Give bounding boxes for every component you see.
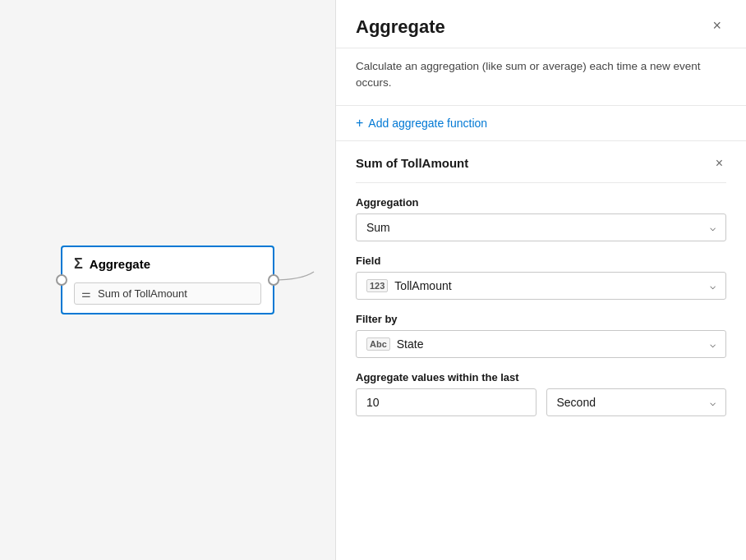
add-function-label: Add aggregate function — [368, 117, 487, 130]
window-unit-dropdown[interactable]: Second ⌵ — [546, 388, 727, 416]
node-output: ⚌ Sum of TollAmount — [74, 282, 261, 305]
plus-icon: + — [356, 116, 363, 131]
field-label: Field — [356, 255, 726, 267]
field-value-text: TollAmount — [394, 279, 451, 292]
window-unit-group: Second ⌵ — [546, 388, 727, 416]
function-card-header: Sum of TollAmount × — [356, 154, 726, 183]
window-field-group: Aggregate values within the last Second … — [356, 371, 726, 429]
field-type-icon: 123 — [366, 279, 388, 292]
table-icon: ⚌ — [81, 287, 91, 300]
node-output-label: Sum of TollAmount — [98, 287, 187, 300]
field-chevron-icon: ⌵ — [710, 280, 716, 291]
filter-label: Filter by — [356, 313, 726, 325]
sigma-icon: Σ — [74, 255, 83, 273]
window-row: Second ⌵ — [356, 388, 726, 429]
window-value-group — [356, 388, 536, 416]
aggregation-chevron-icon: ⌵ — [710, 222, 716, 233]
field-field-group: Field 123 TollAmount ⌵ — [356, 255, 726, 300]
panel-header: Aggregate × — [336, 0, 746, 48]
filter-value-container: Abc State — [366, 337, 423, 351]
panel-title: Aggregate — [356, 16, 445, 38]
connection-curve — [273, 264, 330, 296]
filter-chevron-icon: ⌵ — [710, 338, 716, 350]
function-card-close-button[interactable]: × — [712, 154, 726, 172]
canvas-area: Σ Aggregate ⚌ Sum of TollAmount — [0, 0, 335, 560]
window-unit-chevron-icon: ⌵ — [710, 397, 716, 408]
add-aggregate-function-button[interactable]: + Add aggregate function — [336, 106, 746, 141]
output-connector — [268, 274, 279, 286]
node-title-text: Aggregate — [90, 257, 150, 271]
aggregation-label: Aggregation — [356, 196, 726, 209]
aggregation-value: Sum — [366, 221, 390, 234]
aggregation-field-group: Aggregation Sum ⌵ — [356, 196, 726, 241]
filter-value-text: State — [397, 337, 424, 351]
filter-type-icon: Abc — [366, 337, 390, 351]
panel-description: Calculate an aggregation (like sum or av… — [336, 48, 746, 106]
node-title: Σ Aggregate — [74, 255, 261, 273]
field-dropdown[interactable]: 123 TollAmount ⌵ — [356, 272, 726, 300]
input-connector — [56, 274, 67, 286]
aggregate-node: Σ Aggregate ⚌ Sum of TollAmount — [61, 246, 274, 314]
function-card-title: Sum of TollAmount — [356, 156, 468, 170]
right-panel: Aggregate × Calculate an aggregation (li… — [335, 0, 746, 560]
function-card: Sum of TollAmount × Aggregation Sum ⌵ Fi… — [336, 141, 746, 456]
filter-dropdown[interactable]: Abc State ⌵ — [356, 330, 726, 358]
panel-close-button[interactable]: × — [707, 16, 726, 34]
window-unit-value: Second — [557, 396, 596, 409]
aggregation-dropdown[interactable]: Sum ⌵ — [356, 213, 726, 241]
filter-field-group: Filter by Abc State ⌵ — [356, 313, 726, 358]
window-value-input[interactable] — [356, 388, 536, 416]
field-value-container: 123 TollAmount — [366, 279, 452, 292]
window-label: Aggregate values within the last — [356, 371, 726, 383]
